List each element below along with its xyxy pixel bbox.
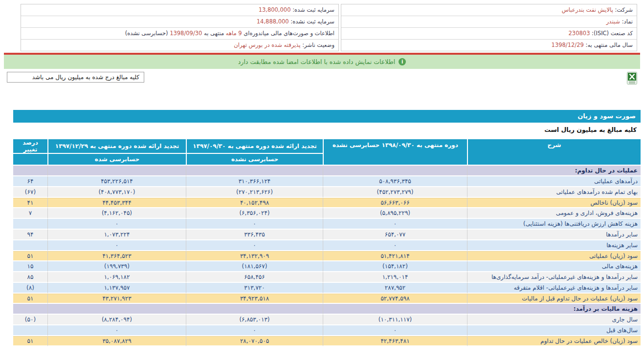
value-restated-audited: ۴۳,۲۷۱,۹۲۳ <box>47 294 186 304</box>
value-restated-audited: ۴۱,۳۶۴,۵۲۳ <box>47 251 186 261</box>
value-restated-audited: ۴۴,۴۵۳,۳۴۴ <box>47 198 186 208</box>
table-row-net-profit-continuing: سود (زیان) خالص عملیات در حال تداوم ۴۲,۴… <box>13 336 641 346</box>
unregistered-capital-value: 14,888,000 <box>257 18 289 25</box>
value-current: ۵۰۸,۹۳۶,۳۴۵ <box>323 176 467 187</box>
value-current: ۰ <box>323 325 467 336</box>
row-label: هزینه‌های مالی <box>467 261 641 272</box>
value-restated-unaudited: ۳۱۰,۳۶۶,۱۲۴ <box>186 176 323 187</box>
value-current: ۱,۲۱۹,۰۱۴ <box>323 272 467 283</box>
table-row-operating-profit: سود (زیان) عملیاتی ۵۱,۴۲۱,۸۱۴ ۳۴,۱۳۲,۹۰۹… <box>13 251 641 261</box>
value-restated-unaudited: (۲۷۰,۲۱۳,۶۲۶) <box>186 187 323 198</box>
value-restated-audited: ۴۵۳,۲۲۶,۵۱۴ <box>47 176 186 187</box>
company-value: پالایش نفت بندرعباس <box>562 6 613 13</box>
info-row-unregistered-capital: سرمایه ثبت نشده: 14,888,000 <box>21 16 338 28</box>
row-label: سایر هزینه‌ها <box>467 240 641 251</box>
table-row-other-income: سایر درآمدها ۶۵۴,۰۷۷ ۳۳۶,۴۳۵ ۱,۰۷۳,۲۲۴ ۹… <box>13 230 641 240</box>
row-label: سود (زیان) عملیات در حال تداوم قبل از ما… <box>467 294 641 304</box>
signature-match-banner: i اطلاعات نمایش داده شده با اطلاعات امضا… <box>4 55 640 69</box>
value-percent-change: (۸) <box>13 283 47 294</box>
registered-capital-value: 13,800,000 <box>259 6 291 13</box>
issuer-status-label: وضعیت ناشر: <box>302 42 334 48</box>
value-restated-unaudited: ۰ <box>186 325 323 336</box>
table-row-finance-costs: هزینه‌های مالی (۱۵۴,۱۸۲) (۱۸۱,۵۶۷) (۱۹۹,… <box>13 261 641 272</box>
excel-export-icon[interactable] <box>627 72 637 85</box>
column-header-restated-audited: تجدید ارائه شده دوره منتهی به ۱۳۹۷/۱۲/۲۹ <box>47 139 186 154</box>
statement-units-note: کلیه مبالغ به میلیون ریال است <box>13 123 641 137</box>
table-row-prior-years-tax: سال‌های قبل ۰ ۰ ۰ <box>13 325 641 336</box>
issuer-status-value: پذیرفته شده در بورس تهران <box>234 42 300 48</box>
value-current: (۵,۸۹۵,۲۲۹) <box>323 208 467 219</box>
value-restated-audited: ۰ <box>47 240 186 251</box>
table-row-operating-revenue: درآمدهای عملیاتی ۵۰۸,۹۳۶,۳۴۵ ۳۱۰,۳۶۶,۱۲۴… <box>13 176 641 187</box>
table-row-profit-before-tax: سود (زیان) عملیات در حال تداوم قبل از ما… <box>13 294 641 304</box>
value-percent-change: ۶۴ <box>13 176 47 187</box>
value-restated-audited: ۰ <box>47 325 186 336</box>
value-restated-unaudited: ۳۴,۹۲۳,۵۱۸ <box>186 294 323 304</box>
value-restated-audited: (۱۹۹,۷۳۹) <box>47 261 186 272</box>
value-restated-audited: ۱,۰۷۳,۲۲۴ <box>47 230 186 240</box>
fiscal-year-value: 1398/12/29 <box>552 42 584 48</box>
row-label: هزینه‌های فروش، اداری و عمومی <box>467 208 641 219</box>
company-label: شرکت: <box>615 6 633 13</box>
value-percent-change <box>13 240 47 251</box>
value-percent-change: ۴۱ <box>13 198 47 208</box>
value-current: ۴۲,۴۶۳,۴۸۱ <box>323 336 467 346</box>
column-subheader-unaudited: حسابرسی نشده <box>186 154 323 166</box>
value-restated-unaudited: ۳۳۶,۴۳۵ <box>186 230 323 240</box>
income-statement-table: شرح دوره منتهی به ۱۳۹۸/۰۹/۳۰ حسابرسی نشد… <box>13 139 641 346</box>
row-label: سال‌های قبل <box>467 325 641 336</box>
table-row-current-year-tax: سال جاری (۱۰,۳۱۱,۱۱۷) (۶,۸۵۳,۰۱۳) (۸,۲۸۴… <box>13 315 641 325</box>
table-row-impairment-expense: هزینه کاهش ارزش دریافتنی‌ها (هزینه استثن… <box>13 219 641 230</box>
value-percent-change: (۶۷) <box>13 187 47 198</box>
table-row-sga-expenses: هزینه‌های فروش، اداری و عمومی (۵,۸۹۵,۲۲۹… <box>13 208 641 219</box>
value-restated-unaudited: ۴۰,۱۵۲,۴۹۸ <box>186 198 323 208</box>
capital-info-table: سرمایه ثبت شده: 13,800,000 سرمایه ثبت نش… <box>21 4 339 51</box>
table-row-gross-profit: سود (زیان) ناخالص ۵۶,۶۶۳,۰۶۶ ۴۰,۱۵۲,۴۹۸ … <box>13 198 641 208</box>
value-current: (۱۵۴,۱۸۲) <box>323 261 467 272</box>
value-current: ۵۱,۴۲۱,۸۱۴ <box>323 251 467 261</box>
report-title-part2: منتهی به <box>204 30 224 37</box>
table-row-cost-of-revenue: بهای تمام شده درآمدهای عملیاتی (۴۵۲,۲۷۳,… <box>13 187 641 198</box>
info-row-symbol: نماد: شبندر <box>341 16 637 28</box>
value-restated-unaudited: ۳۴,۱۳۲,۹۰۹ <box>186 251 323 261</box>
isic-label: کد صنعت (ISIC): <box>592 30 633 37</box>
value-restated-unaudited: ۰ <box>186 219 323 230</box>
report-date: 1398/09/30 <box>170 30 202 37</box>
value-current: ۰ <box>323 219 467 230</box>
row-label: بهای تمام شده درآمدهای عملیاتی <box>467 187 641 198</box>
value-percent-change: ۸۵ <box>13 272 47 283</box>
tools-row: کلیه مبالغ درج شده به میلیون ریال می باش… <box>7 72 637 85</box>
info-row-isic: کد صنعت (ISIC): 230803 <box>341 28 637 40</box>
value-restated-unaudited: (۱۸۱,۵۶۷) <box>186 261 323 272</box>
value-percent-change: ۵۱ <box>13 336 47 346</box>
section-label: عملیات در حال تداوم: <box>467 166 641 176</box>
column-subheader-empty <box>13 154 47 166</box>
row-label: سود (زیان) عملیاتی <box>467 251 641 261</box>
report-period: 9 ماهه <box>226 30 242 37</box>
row-label: سایر درآمدها <box>467 230 641 240</box>
row-label: درآمدهای عملیاتی <box>467 176 641 187</box>
row-label: سایر درآمدها و هزینه‌های غیرعملیاتی- اقل… <box>467 283 641 294</box>
fiscal-year-label: سال مالی منتهی به: <box>586 42 633 48</box>
row-label: سال جاری <box>467 315 641 325</box>
symbol-label: نماد: <box>622 18 633 25</box>
value-percent-change <box>13 325 47 336</box>
value-restated-audited: ۰ <box>47 219 186 230</box>
value-current: ۵۶,۶۶۳,۰۶۶ <box>323 198 467 208</box>
unregistered-capital-label: سرمایه ثبت نشده: <box>290 18 334 25</box>
value-restated-audited: ۱,۰۶۹,۱۸۲ <box>47 272 186 283</box>
symbol-value: شبندر <box>606 18 620 25</box>
section-label: هزینه مالیات بر درآمد: <box>467 304 641 315</box>
value-percent-change: ۱۵ <box>13 261 47 272</box>
table-row-other-expenses: سایر هزینه‌ها ۰ ۰ ۰ <box>13 240 641 251</box>
value-percent-change: ۹۴ <box>13 230 47 240</box>
report-title-part3: (حسابرسی نشده) <box>125 30 168 37</box>
value-percent-change: ۷ <box>13 208 47 219</box>
row-label: سایر درآمدها و هزینه‌های غیرعملیاتی- درآ… <box>467 272 641 283</box>
value-restated-unaudited: (۶,۸۵۳,۰۱۳) <box>186 315 323 325</box>
column-header-description: شرح <box>467 139 641 166</box>
table-row-nonoperating-investment-income: سایر درآمدها و هزینه‌های غیرعملیاتی- درآ… <box>13 272 641 283</box>
value-restated-unaudited: ۲۸,۰۷۰,۵۰۵ <box>186 336 323 346</box>
signature-match-text: اطلاعات نمایش داده شده با اطلاعات امضا ش… <box>238 58 395 65</box>
info-row-issuer-status: وضعیت ناشر: پذیرفته شده در بورس تهران <box>21 40 338 51</box>
